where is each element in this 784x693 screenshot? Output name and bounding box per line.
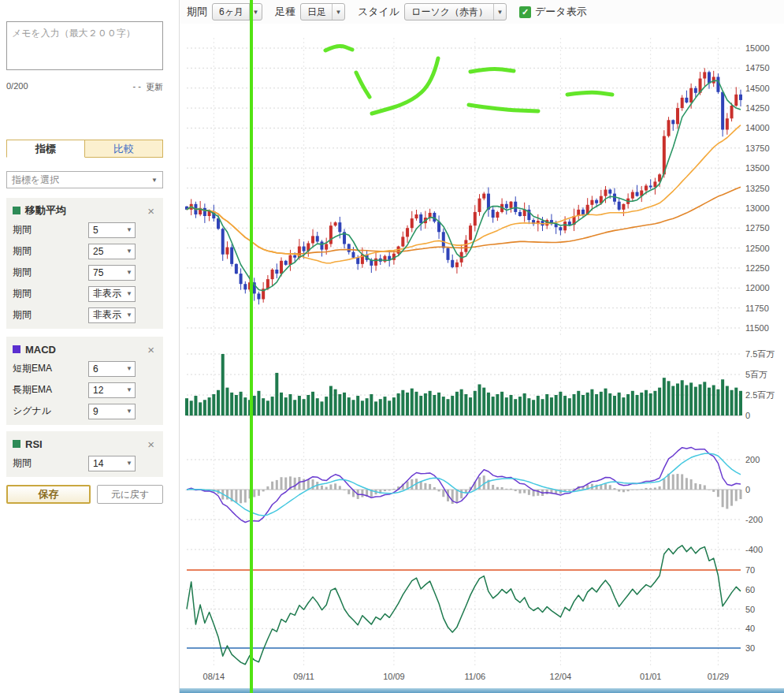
chevron-down-icon: ▼ — [126, 311, 132, 319]
row-label: 期間 — [13, 287, 88, 300]
panel-moving-average: 移動平均 × 期間 5 ▼ 期間 25 ▼ 期間 75 — [6, 198, 163, 329]
bar-type-label: 足種 — [275, 5, 295, 19]
svg-text:08/14: 08/14 — [203, 672, 225, 681]
drawing-annotation — [325, 46, 612, 114]
save-button[interactable]: 保存 — [6, 485, 91, 504]
sidebar: 0/200 - - 更新 指標 比較 指標を選択 ▼ 移動平均 × — [0, 0, 180, 693]
svg-text:11500: 11500 — [745, 323, 769, 333]
svg-text:11750: 11750 — [745, 304, 769, 313]
panel-title: MACD — [25, 344, 145, 356]
macd-slow-select[interactable]: 12 ▼ — [88, 382, 136, 398]
svg-text:12250: 12250 — [745, 263, 770, 273]
stock-chart[interactable]: 1500014750145001425014000137501350013250… — [180, 24, 784, 693]
svg-text:13250: 13250 — [745, 184, 770, 193]
row-label: 期間 — [13, 308, 88, 322]
macd-row: 長期EMA 12 ▼ — [13, 379, 157, 401]
select-value: 非表示 — [93, 287, 121, 300]
data-display-checkbox[interactable]: ✓ — [519, 6, 531, 18]
ma-period-2-select[interactable]: 25 ▼ — [88, 244, 136, 259]
select-value: 25 — [93, 246, 103, 257]
style-select[interactable]: ローソク（赤青） ▼ — [404, 3, 507, 20]
ma-row: 期間 5 ▼ — [13, 219, 157, 240]
svg-text:13750: 13750 — [745, 143, 770, 153]
macd-series — [186, 447, 742, 522]
tab-indicators[interactable]: 指標 — [6, 140, 85, 158]
macd-signal-select[interactable]: 9 ▼ — [88, 404, 136, 419]
svg-text:5百万: 5百万 — [745, 370, 767, 379]
svg-text:01/29: 01/29 — [708, 672, 730, 681]
memo-input[interactable] — [6, 21, 163, 70]
stock-chart-app: 0/200 - - 更新 指標 比較 指標を選択 ▼ 移動平均 × — [0, 0, 784, 693]
svg-text:12000: 12000 — [745, 283, 770, 292]
chevron-down-icon: ▼ — [151, 177, 158, 184]
reset-button[interactable]: 元に戻す — [97, 485, 163, 504]
indicator-select-value: 指標を選択 — [12, 173, 59, 187]
panel-title: 移動平均 — [25, 203, 145, 218]
svg-text:14000: 14000 — [745, 123, 770, 132]
chart-area: 期間 6ヶ月 ▼ 足種 日足 ▼ スタイル ローソク（赤青） ▼ ✓ データ表示… — [180, 0, 784, 693]
svg-text:60: 60 — [745, 585, 755, 594]
ma-row: 期間 75 ▼ — [13, 262, 157, 283]
svg-text:12500: 12500 — [745, 244, 770, 253]
svg-text:14750: 14750 — [745, 63, 770, 73]
svg-text:200: 200 — [745, 455, 760, 464]
ma-period-3-select[interactable]: 75 ▼ — [88, 265, 136, 281]
rsi-series — [187, 546, 741, 665]
close-icon[interactable]: × — [145, 438, 157, 450]
period-select[interactable]: 6ヶ月 ▼ — [212, 3, 262, 20]
ma-row: 期間 非表示 ▼ — [13, 304, 157, 326]
select-value: 6 — [93, 363, 98, 374]
memo-update-link[interactable]: 更新 — [146, 81, 163, 93]
macd-row: 短期EMA 6 ▼ — [13, 358, 157, 379]
chevron-down-icon: ▼ — [332, 4, 344, 20]
chevron-down-icon: ▼ — [126, 365, 132, 372]
tab-compare[interactable]: 比較 — [85, 140, 163, 158]
macd-color-swatch — [13, 345, 20, 353]
close-icon[interactable]: × — [145, 344, 157, 356]
data-display-label: データ表示 — [535, 5, 587, 19]
row-label: 短期EMA — [13, 362, 88, 375]
svg-text:13500: 13500 — [745, 163, 770, 173]
memo-counter: 0/200 — [6, 81, 28, 93]
tab-indicators-label: 指標 — [35, 142, 56, 156]
svg-text:50: 50 — [745, 605, 755, 614]
chevron-down-icon: ▼ — [126, 460, 132, 467]
ma-period-4-select[interactable]: 非表示 ▼ — [88, 286, 136, 302]
chevron-down-icon: ▼ — [126, 269, 132, 276]
svg-text:01/01: 01/01 — [640, 672, 662, 681]
row-label: 長期EMA — [13, 383, 88, 397]
select-value: 75 — [93, 267, 103, 278]
chevron-down-icon: ▼ — [126, 408, 132, 415]
sidebar-tabs: 指標 比較 — [6, 140, 163, 158]
volume-bars — [185, 354, 742, 415]
select-value: 非表示 — [93, 308, 121, 322]
svg-text:12750: 12750 — [745, 223, 770, 233]
row-label: 期間 — [13, 244, 88, 258]
svg-text:09/11: 09/11 — [293, 672, 314, 681]
row-label: 期間 — [13, 456, 88, 470]
close-icon[interactable]: × — [145, 205, 157, 217]
chevron-down-icon: ▼ — [126, 290, 132, 297]
chevron-down-icon: ▼ — [126, 226, 132, 233]
svg-text:12/04: 12/04 — [550, 672, 572, 681]
bar-type-select[interactable]: 日足 ▼ — [300, 3, 345, 20]
ma-period-5-select[interactable]: 非表示 ▼ — [88, 307, 136, 323]
bottom-scrollbar[interactable] — [180, 688, 784, 693]
select-value: 9 — [93, 406, 98, 417]
bar-type-value: 日足 — [307, 6, 326, 19]
ma-period-1-select[interactable]: 5 ▼ — [88, 222, 136, 238]
period-label: 期間 — [187, 5, 207, 19]
row-label: シグナル — [13, 404, 88, 418]
svg-text:40: 40 — [745, 624, 755, 633]
memo-meta-row: 0/200 - - 更新 — [6, 81, 163, 93]
indicator-select[interactable]: 指標を選択 ▼ — [6, 171, 163, 188]
svg-text:13000: 13000 — [745, 203, 770, 213]
rsi-period-select[interactable]: 14 ▼ — [88, 456, 136, 471]
ma-row: 期間 25 ▼ — [13, 240, 157, 262]
rsi-color-swatch — [13, 440, 20, 448]
macd-fast-select[interactable]: 6 ▼ — [88, 361, 136, 377]
drawing-vertical-line — [250, 0, 253, 693]
chevron-down-icon: ▼ — [126, 386, 132, 393]
svg-text:7.5百万: 7.5百万 — [745, 349, 775, 359]
memo-update-time: - - — [133, 81, 141, 93]
